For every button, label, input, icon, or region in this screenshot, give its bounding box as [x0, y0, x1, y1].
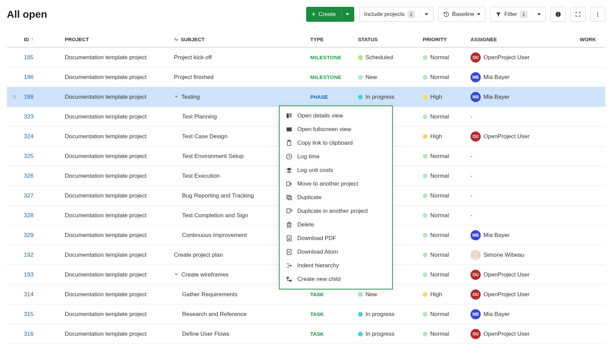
- filter-button[interactable]: Filter 1: [490, 7, 546, 22]
- chevron-down-icon[interactable]: [174, 94, 179, 100]
- priority-cell: High: [421, 133, 468, 140]
- id-link[interactable]: 325: [24, 153, 33, 160]
- delete-icon: [286, 221, 293, 228]
- id-link[interactable]: 329: [24, 232, 33, 239]
- priority-cell: Normal: [421, 74, 468, 81]
- chevron-down-icon[interactable]: [174, 271, 179, 278]
- svg-point-73: [474, 252, 477, 255]
- id-link[interactable]: 188: [24, 94, 33, 100]
- subject-cell[interactable]: Gather Requirements: [172, 291, 308, 298]
- kebab-icon: [595, 11, 601, 17]
- menu-item-duplicate[interactable]: Duplicate: [280, 191, 392, 204]
- col-priority[interactable]: PRIORITY: [421, 36, 468, 42]
- menu-item-label: Download PDF: [297, 235, 336, 242]
- id-link[interactable]: 186: [24, 74, 33, 81]
- menu-item-details[interactable]: Open details view: [280, 109, 392, 123]
- priority-dot-icon: [423, 154, 428, 159]
- move-icon: [286, 180, 293, 187]
- col-project[interactable]: PROJECT: [63, 36, 172, 42]
- subject-cell[interactable]: Research and Reference: [172, 311, 308, 318]
- svg-point-4: [597, 14, 598, 15]
- id-link[interactable]: 185: [24, 54, 33, 61]
- svg-rect-112: [287, 223, 291, 227]
- id-link[interactable]: 327: [24, 192, 33, 199]
- chevron-down-icon: [425, 13, 428, 15]
- include-projects-button[interactable]: Include projects 1: [359, 7, 433, 22]
- priority-cell: Normal: [421, 173, 468, 179]
- subject-text: Bug Reporting and Tracking: [182, 192, 254, 199]
- avatar: OU: [471, 289, 481, 300]
- priority-dot-icon: [423, 332, 428, 336]
- table-row[interactable]: 315Documentation template projectResearc…: [7, 304, 605, 324]
- table-row[interactable]: 316Documentation template projectDefine …: [7, 324, 605, 344]
- menu-item-duplicate-ext[interactable]: Duplicate in another project: [280, 204, 392, 218]
- info-button[interactable]: [551, 7, 566, 22]
- project-cell: Documentation template project: [63, 192, 172, 199]
- baseline-button[interactable]: Baseline: [438, 7, 486, 22]
- subject-cell[interactable]: Define User Flows: [172, 331, 308, 337]
- menu-item-atom[interactable]: Download Atom: [280, 245, 392, 259]
- clipboard-icon: [286, 140, 293, 146]
- subject-text: Continuous Improvement: [182, 232, 247, 239]
- menu-item-move[interactable]: Move to another project: [280, 177, 392, 191]
- priority-dot-icon: [423, 134, 428, 139]
- project-cell: Documentation template project: [63, 173, 172, 179]
- id-link[interactable]: 324: [24, 133, 33, 140]
- menu-item-fullscreen[interactable]: Open fullscreen view: [280, 123, 392, 136]
- svg-point-3: [597, 12, 598, 13]
- drag-handle-icon[interactable]: [7, 94, 22, 100]
- menu-item-pdf[interactable]: Download PDF: [280, 232, 392, 245]
- svg-point-22: [13, 98, 14, 98]
- create-button[interactable]: + Create: [306, 7, 354, 22]
- assignee-cell: OUOpenProject User: [468, 289, 567, 300]
- id-link[interactable]: 316: [24, 331, 33, 337]
- row-context-menu: Open details viewOpen fullscreen viewCop…: [279, 106, 393, 289]
- col-assignee[interactable]: ASSIGNEE: [468, 36, 567, 42]
- chevron-down-icon: [477, 13, 480, 15]
- menu-item-clock[interactable]: Log time: [280, 150, 392, 163]
- project-cell: Documentation template project: [63, 153, 172, 160]
- avatar: MB: [471, 309, 481, 319]
- svg-point-21: [15, 96, 15, 97]
- id-link[interactable]: 315: [24, 311, 33, 318]
- id-link[interactable]: 193: [24, 271, 33, 278]
- menu-item-delete[interactable]: Delete: [280, 218, 392, 232]
- subject-cell[interactable]: Testing: [172, 94, 308, 100]
- avatar: [471, 250, 481, 260]
- id-link[interactable]: 328: [24, 212, 33, 219]
- menu-item-label: Open details view: [297, 112, 343, 119]
- fullscreen-button[interactable]: [570, 7, 585, 22]
- table-row[interactable]: 186Documentation template projectProject…: [7, 67, 605, 87]
- col-type[interactable]: TYPE: [308, 36, 356, 42]
- menu-item-clipboard[interactable]: Copy link to clipboard: [280, 136, 392, 150]
- expand-icon: [575, 11, 581, 17]
- subject-cell[interactable]: Project finished: [172, 74, 308, 81]
- table-row[interactable]: 188Documentation template projectTesting…: [7, 87, 605, 107]
- svg-rect-110: [287, 195, 290, 199]
- id-link[interactable]: 323: [24, 113, 33, 120]
- svg-marker-106: [286, 168, 292, 171]
- id-link[interactable]: 314: [24, 291, 33, 298]
- id-link[interactable]: 326: [24, 173, 33, 179]
- col-subject[interactable]: SUBJECT: [172, 36, 308, 42]
- project-cell: Documentation template project: [63, 311, 172, 318]
- avatar: OU: [471, 270, 481, 280]
- menu-item-indent[interactable]: Indent hierarchy: [280, 259, 392, 272]
- status-dot-icon: [358, 312, 363, 317]
- status-cell: Scheduled: [356, 54, 421, 61]
- svg-point-19: [15, 95, 15, 96]
- priority-cell: Normal: [421, 153, 468, 160]
- table-row[interactable]: 185Documentation template projectProject…: [7, 48, 605, 67]
- more-button[interactable]: [590, 7, 605, 22]
- menu-item-child[interactable]: Create new child: [280, 272, 392, 286]
- assignee-cell: OUOpenProject User: [468, 131, 567, 142]
- menu-item-layers[interactable]: Log unit costs: [280, 163, 392, 177]
- priority-cell: Normal: [421, 271, 468, 278]
- col-id[interactable]: ID ↑: [22, 36, 63, 42]
- avatar: MB: [471, 72, 481, 82]
- id-link[interactable]: 192: [24, 252, 33, 258]
- col-work[interactable]: WORK: [567, 36, 598, 42]
- project-cell: Documentation template project: [63, 54, 172, 61]
- subject-cell[interactable]: Project kick-off: [172, 54, 308, 61]
- col-status[interactable]: STATUS: [356, 36, 421, 42]
